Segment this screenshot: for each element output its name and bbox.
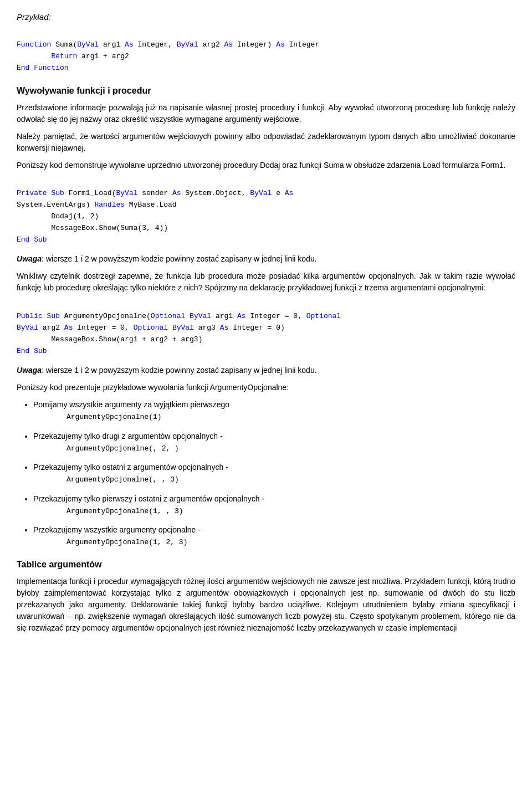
list-item-4: Przekazujemy tylko pierwszy i ostatni z … <box>33 493 515 517</box>
code-block-1: Function Suma(ByVal arg1 As Integer, ByV… <box>17 28 515 74</box>
kw-optional2: Optional <box>306 312 341 320</box>
keyword-byval2: ByVal <box>177 40 198 49</box>
code-text2: arg1 <box>99 40 125 49</box>
code-text6: Integer <box>285 40 319 49</box>
wywolywanie-heading: Wywoływanie funkcji i procedur <box>17 84 515 98</box>
kw-byval6: ByVal <box>17 324 38 332</box>
example-label: Przykład: <box>17 11 515 24</box>
code-block-2: Private Sub Form1_Load(ByVal sender As S… <box>17 177 515 246</box>
keyword-as3: As <box>276 40 285 49</box>
list-item-4-text: Przekazujemy tylko pierwszy i ostatni z … <box>33 494 264 503</box>
code-text5: Integer) <box>233 40 276 49</box>
para4: Wnikliwy czytelnik dostrzegł zapewne, że… <box>17 270 515 294</box>
kw-end-sub: End Sub <box>17 235 47 244</box>
code-sub1: Form1_Load( <box>64 189 116 197</box>
list-item-5-code: ArgumentyOpcjonalne(1, 2, 3) <box>33 537 515 548</box>
code-return-expr: arg1 + arg2 <box>77 52 129 60</box>
code-aop2c <box>168 324 172 332</box>
code-sub2: System.EventArgs) <box>17 201 94 209</box>
list-item-1-text: Pomijamy wszystkie argumenty za wyjątkie… <box>33 400 229 409</box>
code-text4: arg2 <box>198 40 224 49</box>
tablice-para1: Implementacja funkcji i procedur wymagaj… <box>17 576 515 634</box>
keyword-return: Return <box>51 52 77 60</box>
keyword-function: Function <box>17 40 51 49</box>
kw-byval5: ByVal <box>190 312 211 320</box>
code-aop2b: Integer = 0, <box>73 324 133 332</box>
para2: Należy pamiętać, że wartości argumentów … <box>17 131 515 154</box>
list-item-3-code: ArgumentyOpcjonalne(, , 3) <box>33 474 515 485</box>
kw-as7: As <box>64 324 73 332</box>
kw-public: Public Sub <box>17 312 60 320</box>
uwaga2-para: Uwaga: wiersze 1 i 2 w powyższym kodzie … <box>17 365 515 376</box>
kw-end-sub2: End Sub <box>17 347 47 355</box>
tablice-heading: Tablice argumentów <box>17 558 515 571</box>
code-msgbox: MessageBox.Show(Suma(3, 4)) <box>51 224 168 232</box>
kw-handles: Handles <box>94 201 125 209</box>
kw-optional3: Optional <box>134 324 168 332</box>
code-sub1d: e <box>272 189 284 197</box>
uwaga1-para: Uwaga: wiersze 1 i 2 w powyższym kodzie … <box>17 253 515 265</box>
kw-optional1: Optional <box>151 312 185 320</box>
keyword-as1: As <box>125 40 134 49</box>
wywolywanie-section: Wywoływanie funkcji i procedur Przedstaw… <box>17 84 515 548</box>
code-aop2d: arg3 <box>194 324 220 332</box>
example-section: Przykład: Function Suma(ByVal arg1 As In… <box>17 11 515 74</box>
code-text: Suma( <box>55 40 77 49</box>
uwaga1-bold: Uwaga <box>17 254 42 263</box>
list-item-5: Przekazujemy wszystkie argumenty opcjona… <box>33 524 515 548</box>
kw-byval3: ByVal <box>116 189 137 197</box>
list-item-3-text: Przekazujemy tylko ostatni z argumentów … <box>33 463 228 472</box>
kw-as5: As <box>285 189 294 197</box>
list-item-1-code: ArgumentyOpcjonalne(1) <box>33 412 515 423</box>
list-item-1: Pomijamy wszystkie argumenty za wyjątkie… <box>33 399 515 423</box>
keyword-as2: As <box>224 40 233 49</box>
list-item-2-code: ArgumentyOpcjonalne(, 2, ) <box>33 443 515 454</box>
code-sub1c: System.Object, <box>181 189 250 197</box>
code-aop2e: Integer = 0) <box>228 324 284 332</box>
code-sub2b: MyBase.Load <box>125 201 177 209</box>
code-dodaj: Dodaj(1, 2) <box>51 212 99 221</box>
code-sub1b: sender <box>137 189 172 197</box>
code-aop2: arg2 <box>38 324 64 332</box>
code-aop1d: Integer = 0, <box>246 312 306 320</box>
kw-as4: As <box>172 189 181 197</box>
code-block-3: Public Sub ArgumentyOpcjonalne(Optional … <box>17 299 515 357</box>
list-opcjonalne: Pomijamy wszystkie argumenty za wyjątkie… <box>33 399 515 548</box>
keyword-end-function: End Function <box>17 64 69 72</box>
kw-byval7: ByVal <box>172 324 194 332</box>
para5: Poniższy kod prezentuje przykładowe wywo… <box>17 382 515 393</box>
list-item-3: Przekazujemy tylko ostatni z argumentów … <box>33 462 515 485</box>
kw-byval4: ByVal <box>250 189 272 197</box>
list-item-2-text: Przekazujemy tylko drugi z argumentów op… <box>33 432 223 441</box>
code-aop1c: arg1 <box>211 312 237 320</box>
code-aop1b <box>185 312 190 320</box>
kw-as6: As <box>237 312 246 320</box>
code-text3: Integer, <box>134 40 177 49</box>
kw-as8: As <box>220 324 229 332</box>
para3: Poniższy kod demonstruje wywołanie uprze… <box>17 160 515 171</box>
list-item-5-text: Przekazujemy wszystkie argumenty opcjona… <box>33 525 201 534</box>
list-item-4-code: ArgumentyOpcjonalne(1, , 3) <box>33 506 515 517</box>
uwaga1-rest: : wiersze 1 i 2 w powyższym kodzie powin… <box>42 254 316 263</box>
tablice-section: Tablice argumentów Implementacja funkcji… <box>17 558 515 634</box>
keyword-byval1: ByVal <box>77 40 99 49</box>
para1: Przedstawione informacje pozwalają już n… <box>17 102 515 125</box>
uwaga2-rest: : wiersze 1 i 2 w powyższym kodzie powin… <box>42 366 316 375</box>
code-aop1: ArgumentyOpcjonalne( <box>60 312 151 320</box>
list-item-2: Przekazujemy tylko drugi z argumentów op… <box>33 431 515 454</box>
uwaga2-bold: Uwaga <box>17 366 42 375</box>
kw-private: Private Sub <box>17 189 64 197</box>
code-msgbox2: MessageBox.Show(arg1 + arg2 + arg3) <box>51 335 202 344</box>
